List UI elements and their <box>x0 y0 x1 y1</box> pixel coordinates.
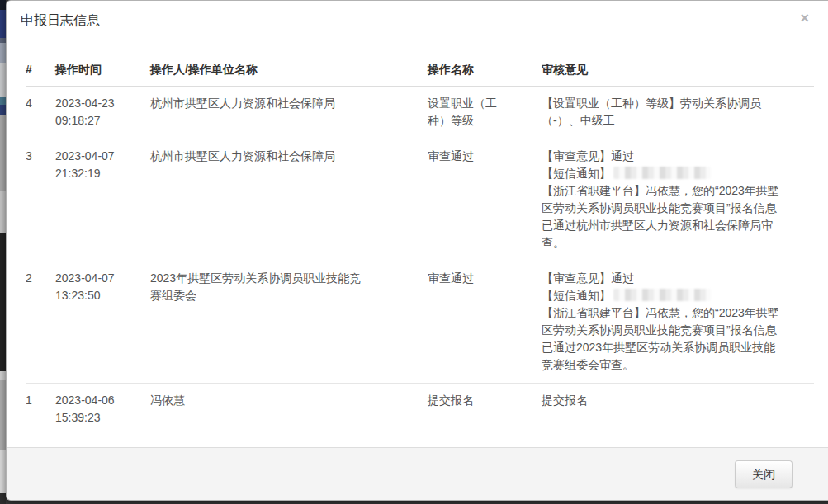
opinion-line: 【审查意见】通过 <box>542 148 786 165</box>
cell-opinion: 提交报名 <box>542 384 814 436</box>
cell-operator: 杭州市拱墅区人力资源和社会保障局 <box>150 139 428 261</box>
cell-time: 2023-04-07 13:23:50 <box>55 261 150 384</box>
backdrop-segment <box>0 97 6 105</box>
column-header-index: # <box>26 54 55 87</box>
cell-operator: 冯依慧 <box>150 384 428 436</box>
cell-time: 2023-04-23 09:18:27 <box>55 87 150 139</box>
opinion-text: 提交报名 <box>542 392 786 409</box>
cell-operator: 2023年拱墅区劳动关系协调员职业技能竞赛组委会 <box>150 261 428 384</box>
operator-text: 杭州市拱墅区人力资源和社会保障局 <box>150 148 370 165</box>
opinion-text: 【设置职业（工种）等级】劳动关系协调员（-）、中级工 <box>542 95 786 130</box>
backdrop-segment <box>0 191 6 233</box>
close-icon[interactable]: × <box>800 11 809 26</box>
backdrop-segment <box>0 450 6 493</box>
backdrop-segment <box>0 63 6 97</box>
operator-text: 冯依慧 <box>150 392 370 409</box>
backdrop-segment <box>0 43 6 63</box>
table-row: 2 2023-04-07 13:23:50 2023年拱墅区劳动关系协调员职业技… <box>26 261 814 384</box>
table-header-row: # 操作时间 操作人/操作单位名称 操作名称 审核意见 <box>26 54 814 87</box>
operator-text: 2023年拱墅区劳动关系协调员职业技能竞赛组委会 <box>150 270 370 304</box>
cell-operator: 杭州市拱墅区人力资源和社会保障局 <box>150 87 428 139</box>
backdrop-segment <box>0 105 6 115</box>
operation-text: 审查通过 <box>428 270 507 287</box>
cell-operation: 审查通过 <box>428 139 542 261</box>
cell-index: 3 <box>26 139 55 261</box>
log-table-body: 4 2023-04-23 09:18:27 杭州市拱墅区人力资源和社会保障局 设… <box>26 87 814 436</box>
opinion-line: 【审查意见】通过 <box>542 270 786 287</box>
cell-opinion: 【审查意见】通过【短信通知】【浙江省职建平台】冯依慧，您的“2023年拱墅区劳动… <box>542 261 814 384</box>
cell-time: 2023-04-07 21:32:19 <box>55 139 150 261</box>
operation-text: 审查通过 <box>428 148 507 165</box>
cell-index: 2 <box>26 261 55 384</box>
column-header-operator: 操作人/操作单位名称 <box>150 54 428 87</box>
backdrop-segment <box>0 115 6 191</box>
redacted-sms-recipient <box>613 289 711 301</box>
redacted-sms-recipient <box>613 167 711 179</box>
column-header-time: 操作时间 <box>55 54 150 87</box>
backdrop-segment <box>0 371 6 380</box>
close-button[interactable]: 关闭 <box>735 460 793 488</box>
opinion-line: 【设置职业（工种）等级】劳动关系协调员（-）、中级工 <box>542 95 786 130</box>
cell-operation: 设置职业（工种）等级 <box>428 87 542 139</box>
dialog-title: 申报日志信息 <box>21 13 100 27</box>
cell-index: 1 <box>26 384 55 436</box>
cell-operation: 审查通过 <box>428 261 542 384</box>
log-table: # 操作时间 操作人/操作单位名称 操作名称 审核意见 4 2023-04-23… <box>26 54 814 436</box>
opinion-line: 【浙江省职建平台】冯依慧，您的“2023年拱墅区劳动关系协调员职业技能竞赛项目”… <box>542 304 786 374</box>
log-dialog: 申报日志信息 × # 操作时间 操作人/操作单位名称 操作名称 审核意见 4 2… <box>6 0 828 501</box>
page-backdrop-strip <box>0 0 6 504</box>
opinion-line: 【短信通知】 <box>542 287 786 304</box>
column-header-operation: 操作名称 <box>428 54 542 87</box>
table-row: 1 2023-04-06 15:39:23 冯依慧 提交报名 提交报名 <box>26 384 814 436</box>
cell-opinion: 【设置职业（工种）等级】劳动关系协调员（-）、中级工 <box>542 87 814 139</box>
cell-time: 2023-04-06 15:39:23 <box>55 384 150 436</box>
dialog-header: 申报日志信息 × <box>7 1 828 40</box>
backdrop-segment <box>0 0 6 10</box>
table-row: 4 2023-04-23 09:18:27 杭州市拱墅区人力资源和社会保障局 设… <box>26 87 814 139</box>
column-header-opinion: 审核意见 <box>542 54 814 87</box>
opinion-line: 【浙江省职建平台】冯依慧，您的“2023年拱墅区劳动关系协调员职业技能竞赛项目”… <box>542 182 786 252</box>
dialog-footer: 关闭 <box>7 447 828 500</box>
opinion-line: 提交报名 <box>542 392 786 409</box>
opinion-text: 【审查意见】通过【短信通知】【浙江省职建平台】冯依慧，您的“2023年拱墅区劳动… <box>542 270 786 374</box>
cell-operation: 提交报名 <box>428 384 542 436</box>
operation-text: 设置职业（工种）等级 <box>428 95 507 130</box>
backdrop-segment <box>0 380 6 450</box>
backdrop-segment <box>0 233 6 371</box>
opinion-line: 【短信通知】 <box>542 165 786 182</box>
dialog-body: # 操作时间 操作人/操作单位名称 操作名称 审核意见 4 2023-04-23… <box>7 40 828 436</box>
table-row: 3 2023-04-07 21:32:19 杭州市拱墅区人力资源和社会保障局 审… <box>26 139 814 261</box>
cell-opinion: 【审查意见】通过【短信通知】【浙江省职建平台】冯依慧，您的“2023年拱墅区劳动… <box>542 139 814 261</box>
opinion-text: 【审查意见】通过【短信通知】【浙江省职建平台】冯依慧，您的“2023年拱墅区劳动… <box>542 148 786 252</box>
operator-text: 杭州市拱墅区人力资源和社会保障局 <box>150 95 370 112</box>
backdrop-segment <box>0 10 6 38</box>
operation-text: 提交报名 <box>428 392 507 409</box>
cell-index: 4 <box>26 87 55 139</box>
backdrop-segment <box>0 493 6 504</box>
